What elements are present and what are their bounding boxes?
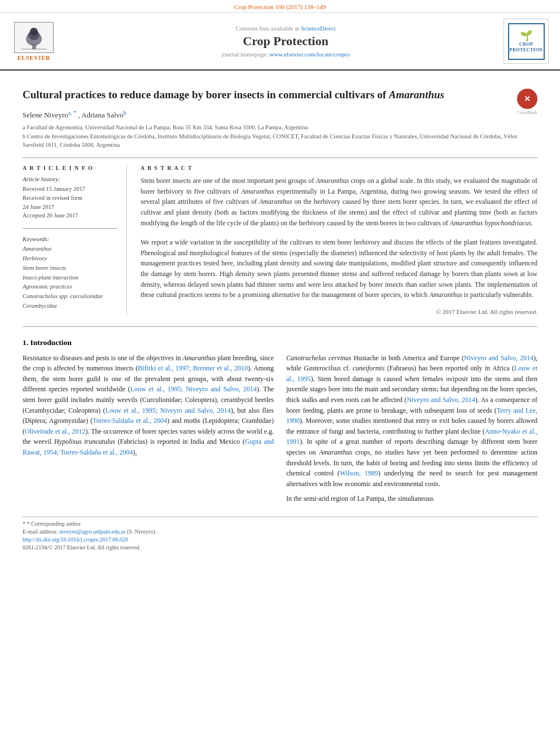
keyword-5: Agronomic practices <box>23 282 117 292</box>
contents-available: Contents lists available at ScienceDirec… <box>68 25 504 32</box>
info-abstract-section: A R T I C L E I N F O Article history: R… <box>23 165 537 315</box>
issn-line: 0261-2194/© 2017 Elsevier Ltd. All right… <box>23 544 537 551</box>
ref-louw1995b[interactable]: Louw et al., 1995; Niveyro and Salvo, 20… <box>106 407 231 414</box>
article-info-header: A R T I C L E I N F O <box>23 165 117 171</box>
corresponding-author-note: * * Corresponding author. <box>23 521 537 527</box>
intro-col2-p2: In the semi-arid region of La Pampa, the… <box>286 493 537 504</box>
crop-logo-inner: 🌱 CROPPROTECTION <box>508 23 545 60</box>
ref-wilson1989[interactable]: Wilson, 1989 <box>340 469 378 477</box>
introduction-section: 1. Introduction Resistance to diseases a… <box>23 338 537 509</box>
crossmark-icon: ✕ <box>517 89 537 109</box>
abstract-paragraph-1: Stem borer insects are one of the most i… <box>141 176 537 228</box>
ref-niveyro2014b[interactable]: Niveyro and Salvo, 2014 <box>406 396 475 404</box>
elsevier-brand-text: ELSEVIER <box>18 55 51 61</box>
ref-oliveirade[interactable]: Oliveirade et al., 2012 <box>25 427 85 435</box>
journal-center: Contents lists available at ScienceDirec… <box>68 25 504 58</box>
ref-louw1995[interactable]: Louw et al., 1995; Niveyro and Salvo, 20… <box>130 385 257 393</box>
ref-niveyro2014[interactable]: Niveyro and Salvo, 2014 <box>464 354 533 362</box>
main-body: 1. Introduction Resistance to diseases a… <box>0 327 560 569</box>
journal-citation: Crop Protection 100 (2017) 138–149 <box>0 0 560 13</box>
footnote-section: * * Corresponding author. E-mail address… <box>23 517 537 551</box>
affiliation-b: b Centro de Investigaciones Entomológica… <box>23 132 537 150</box>
crossmark-label: CrossMark <box>517 110 537 115</box>
keyword-6: Conotrachelus spp. curculionidae <box>23 292 117 302</box>
elsevier-logo: ELSEVIER <box>11 22 56 61</box>
affiliations: a Facultad de Agronomía, Universidad Nac… <box>23 123 537 150</box>
elsevier-tree-icon <box>19 25 50 50</box>
journal-title: Crop Protection <box>68 34 504 49</box>
ref-bifirki[interactable]: Bifirki et al., 1997; Brenner et al., 20… <box>138 364 248 372</box>
keyword-3: Stem borer insects <box>23 264 117 273</box>
abstract-paragraph-2: We report a wide variation in the suscep… <box>141 237 537 300</box>
revised-date: 24 June 2017 <box>23 203 117 212</box>
journal-header: ELSEVIER Contents lists available at Sci… <box>0 13 560 71</box>
elsevier-tree-image <box>14 22 54 53</box>
journal-homepage-link[interactable]: www.elsevier.com/locate/cropro <box>269 51 349 58</box>
accepted-date: Accepted 26 June 2017 <box>23 211 117 220</box>
ref-terry1990[interactable]: Terry and Lee, 1990 <box>286 407 537 425</box>
keyword-4: Insect-plant interaction <box>23 273 117 283</box>
intro-col-1: Resistance to diseases and pests is one … <box>23 353 274 509</box>
citation-text: Crop Protection 100 (2017) 138–149 <box>234 3 326 10</box>
crop-plant-icon: 🌱 <box>520 29 532 42</box>
crop-protection-logo: 🌱 CROPPROTECTION <box>504 19 549 64</box>
introduction-columns: Resistance to diseases and pests is one … <box>23 353 537 509</box>
paper-title-section: ✕ CrossMark Cultural practices to reduce… <box>23 88 537 103</box>
divider-1 <box>23 158 537 158</box>
abstract-header: A B S T R A C T <box>141 165 537 171</box>
paper-title: Cultural practices to reduce damage by b… <box>23 88 537 103</box>
email-note: E-mail address: niveyro@agro.unlpam.edu.… <box>23 528 537 535</box>
svg-point-3 <box>30 28 38 36</box>
history-title: Article history: <box>23 176 117 182</box>
article-info-column: A R T I C L E I N F O Article history: R… <box>23 165 127 315</box>
crop-logo-text: CROPPROTECTION <box>510 42 543 53</box>
ref-anno1991[interactable]: Anno-Nyako et al., 1991 <box>286 427 537 446</box>
crossmark-badge: ✕ CrossMark <box>517 89 537 115</box>
keywords-title: Keywords: <box>23 235 117 242</box>
paper-content: ✕ CrossMark Cultural practices to reduce… <box>0 71 560 326</box>
doi-link[interactable]: http://dx.doi.org/10.1016/j.cropro.2017.… <box>23 536 128 543</box>
keyword-1: Amaranthus <box>23 244 117 254</box>
keyword-list: Amaranthus Herbivory Stem borer insects … <box>23 244 117 311</box>
sciencedirect-link[interactable]: ScienceDirect <box>301 25 336 32</box>
section-title: 1. Introduction <box>23 338 537 347</box>
divider-keywords <box>23 228 117 229</box>
ref-torres2004[interactable]: Torres-Saldaña et al., 2004 <box>93 417 167 425</box>
copyright-notice: © 2017 Elsevier Ltd. All rights reserved… <box>141 308 537 315</box>
authors-line: Selene Niveyroa, * , Adriana Salvob <box>23 110 537 120</box>
keyword-2: Herbivory <box>23 254 117 264</box>
doi-line: http://dx.doi.org/10.1016/j.cropro.2017.… <box>23 536 537 543</box>
affiliation-a: a Facultad de Agronomía, Universidad Nac… <box>23 123 537 132</box>
keywords-section: Keywords: Amaranthus Herbivory Stem bore… <box>23 235 117 311</box>
received-date: Received 15 January 2017 <box>23 185 117 194</box>
intro-col2-p1: Canotrachelus cervinus Hustache in both … <box>286 353 537 490</box>
revised-label: Received in revised form <box>23 194 117 203</box>
abstract-section: A B S T R A C T Stem borer insects are o… <box>141 165 537 315</box>
article-history: Article history: Received 15 January 201… <box>23 176 117 220</box>
intro-col-2: Canotrachelus cervinus Hustache in both … <box>286 353 537 509</box>
email-link[interactable]: niveyro@agro.unlpam.edu.ar <box>59 528 125 535</box>
journal-homepage: journal homepage: www.elsevier.com/locat… <box>68 51 504 58</box>
keyword-7: Cerambycidae <box>23 302 117 311</box>
intro-col1-p1: Resistance to diseases and pests is one … <box>23 353 274 458</box>
